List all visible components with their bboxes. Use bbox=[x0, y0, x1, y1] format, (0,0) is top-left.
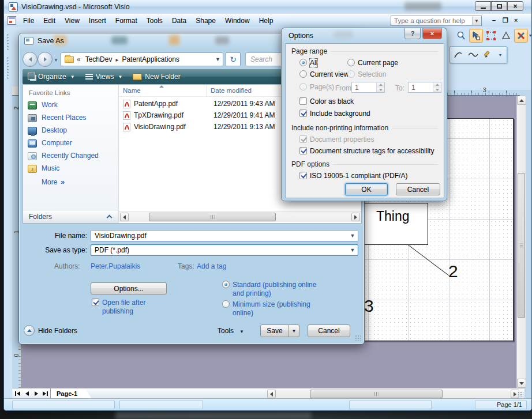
marquee-select-icon[interactable] bbox=[484, 29, 498, 43]
drawing-toolbar-overflow-icon[interactable]: ▾ bbox=[497, 53, 503, 57]
toolbar-grip[interactable] bbox=[6, 33, 9, 51]
menu-view[interactable]: View bbox=[60, 15, 84, 27]
sidebar-item-desktop[interactable]: Desktop bbox=[28, 126, 67, 135]
authors-value-link[interactable]: Peter.Pupalaikis bbox=[91, 262, 140, 270]
menu-help[interactable]: Help bbox=[254, 15, 278, 27]
hscroll-left-button[interactable] bbox=[120, 213, 129, 221]
organize-button[interactable]: Organize ▼ bbox=[23, 69, 80, 84]
options-button[interactable]: Options... bbox=[91, 282, 167, 295]
menu-insert[interactable]: Insert bbox=[84, 15, 111, 27]
tools-dropdown[interactable]: Tools bbox=[218, 327, 234, 335]
minimum-size-radio[interactable] bbox=[222, 300, 230, 308]
address-breadcrumb-bar[interactable]: « TechDev ▸ PatentApplications ▼ bbox=[61, 52, 223, 66]
document-structure-tags-checkbox[interactable] bbox=[299, 147, 307, 154]
file-list-horizontal-scrollbar[interactable] bbox=[119, 212, 361, 222]
sidebar-item-music[interactable]: ♪ Music bbox=[28, 164, 59, 173]
breadcrumb-techdev[interactable]: TechDev bbox=[85, 55, 113, 63]
save-as-type-select[interactable]: PDF (*.pdf) ▼ bbox=[91, 244, 358, 256]
sidebar-more-link[interactable]: More » bbox=[42, 178, 65, 187]
column-header-date-modified[interactable]: Date modified bbox=[207, 85, 279, 96]
sidebar-item-work[interactable]: Work bbox=[28, 101, 58, 110]
current-page-radio[interactable] bbox=[347, 59, 355, 66]
maximize-button[interactable] bbox=[491, 1, 507, 11]
sidebar-item-recent-places[interactable]: Recent Places bbox=[28, 114, 86, 122]
delete-x-icon[interactable] bbox=[514, 29, 528, 43]
new-folder-button[interactable]: New Folder bbox=[128, 69, 185, 84]
toolbar-grip[interactable] bbox=[6, 56, 9, 80]
arc-tool-icon[interactable] bbox=[451, 48, 465, 62]
ok-button[interactable]: OK bbox=[345, 183, 388, 195]
chevron-down-icon[interactable]: ▼ bbox=[472, 17, 481, 25]
resize-grip-icon[interactable] bbox=[355, 335, 361, 341]
hscroll-right-button[interactable] bbox=[351, 213, 360, 221]
shape-outline-icon[interactable] bbox=[499, 29, 513, 43]
tools-chevron-down-icon[interactable]: ▼ bbox=[239, 329, 244, 334]
menu-edit[interactable]: Edit bbox=[39, 15, 60, 27]
question-help-input[interactable]: Type a question for help ▼ bbox=[391, 16, 482, 26]
chevron-down-icon[interactable]: ▼ bbox=[349, 232, 357, 240]
menu-format[interactable]: Format bbox=[111, 15, 142, 27]
hscroll-left-button[interactable] bbox=[267, 390, 276, 398]
current-view-radio[interactable] bbox=[299, 70, 307, 78]
close-button[interactable]: × bbox=[507, 1, 523, 11]
last-page-button[interactable] bbox=[41, 390, 50, 398]
menu-file[interactable]: File bbox=[18, 15, 39, 27]
menu-tools[interactable]: Tools bbox=[142, 15, 167, 27]
mdi-restore-button[interactable]: ❐ bbox=[503, 17, 508, 24]
column-header-name[interactable]: Name bbox=[119, 85, 207, 96]
hide-folders-button[interactable] bbox=[24, 325, 35, 336]
open-file-after-publishing-checkbox[interactable] bbox=[92, 299, 99, 306]
color-as-black-checkbox[interactable] bbox=[299, 97, 307, 105]
mdi-close-button[interactable]: × bbox=[514, 17, 518, 24]
dialog-cancel-button[interactable]: Cancel bbox=[396, 183, 440, 195]
hide-folders-label[interactable]: Hide Folders bbox=[38, 327, 77, 335]
chevron-down-icon[interactable]: ▼ bbox=[349, 246, 357, 254]
vertical-scroll-thumb[interactable] bbox=[518, 173, 525, 318]
menu-data[interactable]: Data bbox=[167, 15, 191, 27]
toolbar-overflow-icon[interactable]: ▾ bbox=[528, 33, 532, 37]
menu-shape[interactable]: Shape bbox=[191, 15, 220, 27]
help-button[interactable]: ? bbox=[404, 28, 421, 39]
horizontal-scroll-thumb[interactable] bbox=[310, 390, 443, 398]
save-dropdown-button[interactable]: ▼ bbox=[289, 324, 299, 337]
pencil-tool-icon[interactable] bbox=[481, 48, 495, 62]
triangle-right-icon bbox=[43, 391, 46, 396]
scroll-up-button[interactable] bbox=[517, 96, 526, 105]
include-background-checkbox[interactable] bbox=[299, 110, 307, 117]
previous-page-button[interactable] bbox=[23, 390, 31, 398]
all-pages-radio[interactable] bbox=[299, 59, 307, 66]
cancel-button[interactable]: Cancel bbox=[308, 324, 350, 337]
back-button[interactable] bbox=[23, 52, 38, 67]
page-tab[interactable]: Page-1 bbox=[50, 388, 92, 399]
next-page-button[interactable] bbox=[32, 390, 40, 398]
file-name-input[interactable]: VisioDrawing.pdf ▼ bbox=[91, 230, 358, 241]
iso-19005-checkbox[interactable] bbox=[299, 172, 307, 179]
refresh-button[interactable]: ↻ bbox=[226, 52, 241, 66]
selection-radio-row: Selection bbox=[347, 70, 386, 79]
standard-publishing-radio[interactable] bbox=[222, 281, 230, 288]
freeform-tool-icon[interactable] bbox=[466, 48, 480, 62]
views-button[interactable]: Views ▼ bbox=[80, 69, 128, 84]
horizontal-scroll-thumb[interactable] bbox=[149, 213, 276, 221]
first-page-button[interactable] bbox=[13, 390, 22, 398]
breadcrumb-overflow-chevrons[interactable]: « bbox=[77, 55, 81, 63]
address-dropdown-icon[interactable]: ▼ bbox=[215, 56, 220, 62]
minimize-button[interactable] bbox=[475, 1, 491, 11]
nav-history-dropdown-icon[interactable]: ▼ bbox=[54, 58, 58, 63]
zoom-tool-icon[interactable] bbox=[454, 29, 468, 43]
options-button-label: Options... bbox=[114, 285, 143, 293]
folders-expander[interactable]: Folders bbox=[23, 210, 118, 223]
scroll-down-button[interactable] bbox=[517, 379, 526, 388]
save-button[interactable]: Save bbox=[260, 324, 289, 337]
sidebar-item-recently-changed[interactable]: Recently Changed bbox=[28, 152, 99, 160]
pointer-tool-icon[interactable] bbox=[469, 29, 483, 43]
forward-button[interactable] bbox=[38, 52, 53, 67]
mdi-minimize-button[interactable]: ‒ bbox=[492, 17, 496, 24]
breadcrumb-patentapplications[interactable]: PatentApplications bbox=[122, 55, 179, 63]
canvas-vertical-scrollbar[interactable] bbox=[516, 96, 526, 388]
canvas-horizontal-scrollbar[interactable] bbox=[276, 390, 511, 399]
dialog-close-button[interactable]: × bbox=[422, 28, 442, 39]
sidebar-item-computer[interactable]: Computer bbox=[28, 139, 72, 148]
menu-window[interactable]: Window bbox=[220, 15, 254, 27]
add-a-tag-link[interactable]: Add a tag bbox=[197, 262, 226, 270]
